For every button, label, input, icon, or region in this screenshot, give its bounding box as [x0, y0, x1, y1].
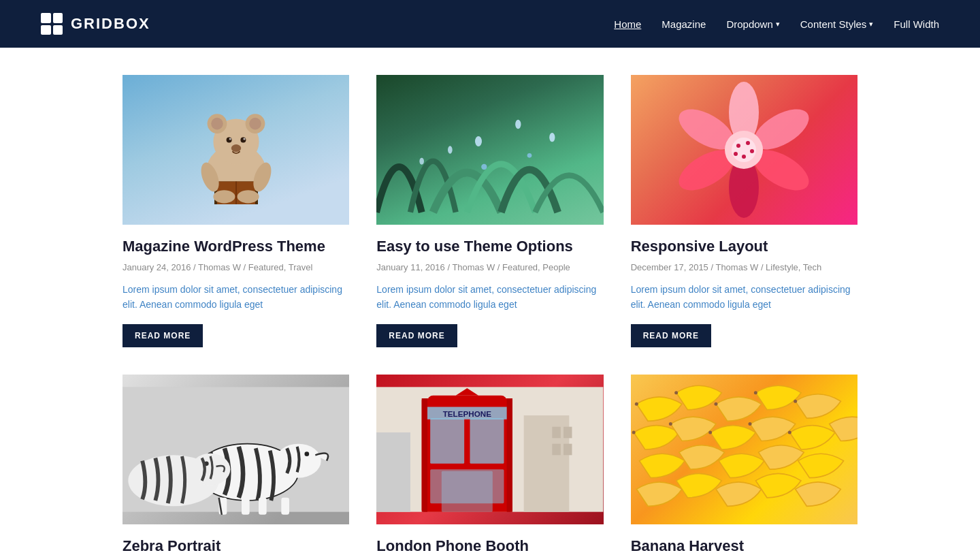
- site-header: GRIDBOX HomeMagazineDropdown ▾Content St…: [0, 0, 980, 48]
- nav-item-content-styles[interactable]: Content Styles ▾: [800, 18, 874, 30]
- post-image[interactable]: [122, 75, 349, 225]
- svg-point-5: [249, 118, 261, 130]
- svg-point-70: [753, 392, 757, 395]
- svg-rect-56: [376, 432, 410, 512]
- main-content: Magazine WordPress ThemeJanuary 24, 2016…: [82, 48, 898, 555]
- post-title[interactable]: Magazine WordPress Theme: [122, 237, 349, 257]
- logo-text: GRIDBOX: [71, 15, 150, 33]
- post-title[interactable]: Responsive Layout: [631, 237, 858, 257]
- post-image[interactable]: TELEPHONE: [376, 375, 603, 524]
- svg-point-67: [634, 402, 638, 406]
- post-meta: December 17, 2015 / Thomas W / Lifestyle…: [631, 262, 858, 272]
- post-meta: January 24, 2016 / Thomas W / Featured, …: [122, 262, 349, 272]
- read-more-button[interactable]: READ MORE: [122, 324, 203, 347]
- svg-point-24: [527, 153, 532, 158]
- logo-icon: [41, 13, 63, 35]
- svg-rect-60: [470, 419, 504, 464]
- svg-point-18: [475, 136, 482, 146]
- post-title[interactable]: Easy to use Theme Options: [376, 237, 603, 257]
- svg-rect-49: [281, 498, 289, 515]
- svg-rect-55: [564, 444, 572, 456]
- svg-point-20: [448, 146, 453, 154]
- posts-grid: Magazine WordPress ThemeJanuary 24, 2016…: [122, 75, 858, 555]
- svg-rect-66: [507, 398, 512, 512]
- svg-rect-53: [564, 427, 572, 439]
- svg-point-68: [674, 392, 678, 395]
- chevron-down-icon: ▾: [776, 20, 780, 29]
- nav-item-home[interactable]: Home: [614, 18, 641, 30]
- nav-item-full-width[interactable]: Full Width: [894, 18, 939, 30]
- svg-rect-64: [442, 471, 493, 512]
- svg-point-8: [229, 138, 231, 140]
- svg-point-19: [515, 120, 521, 129]
- svg-point-33: [736, 144, 740, 148]
- post-image[interactable]: [376, 75, 603, 225]
- svg-point-35: [750, 149, 754, 153]
- svg-rect-47: [242, 498, 250, 515]
- svg-rect-48: [259, 498, 267, 515]
- post-image[interactable]: [631, 75, 858, 225]
- svg-point-6: [226, 138, 231, 143]
- svg-rect-52: [553, 427, 561, 439]
- svg-rect-51: [524, 415, 570, 512]
- logo[interactable]: GRIDBOX: [41, 13, 150, 35]
- svg-point-23: [481, 164, 487, 170]
- post-card: Zebra PortraitDecember 5, 2015 / Thomas …: [122, 375, 349, 555]
- svg-rect-65: [422, 398, 427, 512]
- svg-point-36: [742, 155, 746, 159]
- svg-point-34: [746, 141, 750, 145]
- post-card: TELEPHONE London Phone BoothNovember 20,…: [376, 375, 603, 555]
- post-title[interactable]: Banana Harvest: [631, 537, 858, 555]
- svg-rect-59: [430, 419, 464, 464]
- svg-point-74: [708, 431, 712, 434]
- svg-point-71: [794, 400, 797, 403]
- svg-point-4: [211, 118, 223, 130]
- svg-point-22: [420, 158, 425, 165]
- svg-text:TELEPHONE: TELEPHONE: [443, 409, 491, 418]
- post-image[interactable]: [631, 375, 858, 524]
- svg-point-69: [714, 402, 717, 406]
- read-more-button[interactable]: READ MORE: [376, 324, 457, 347]
- svg-point-10: [231, 144, 240, 152]
- read-more-button[interactable]: READ MORE: [631, 324, 711, 347]
- svg-point-21: [549, 133, 555, 142]
- svg-point-42: [304, 452, 309, 457]
- post-card: Banana HarvestNovember 10, 2015 / Thomas…: [631, 375, 858, 555]
- nav-item-dropdown[interactable]: Dropdown ▾: [726, 18, 779, 30]
- main-nav: HomeMagazineDropdown ▾Content Styles ▾Fu…: [614, 18, 939, 30]
- post-title[interactable]: London Phone Booth: [376, 537, 603, 555]
- post-meta: January 11, 2016 / Thomas W / Featured, …: [376, 262, 603, 272]
- post-card: Magazine WordPress ThemeJanuary 24, 2016…: [122, 75, 349, 347]
- svg-point-73: [668, 422, 672, 426]
- svg-point-75: [748, 422, 751, 426]
- svg-rect-54: [553, 444, 561, 456]
- post-image[interactable]: [122, 375, 349, 524]
- post-excerpt: Lorem ipsum dolor sit amet, consectetuer…: [122, 282, 349, 313]
- svg-point-7: [240, 138, 246, 143]
- svg-point-72: [632, 431, 635, 434]
- svg-point-76: [787, 431, 791, 434]
- nav-item-magazine[interactable]: Magazine: [662, 18, 706, 30]
- svg-point-37: [734, 152, 738, 156]
- post-card: Responsive LayoutDecember 17, 2015 / Tho…: [631, 75, 858, 347]
- chevron-down-icon: ▾: [869, 20, 873, 29]
- svg-point-16: [213, 190, 235, 203]
- post-excerpt: Lorem ipsum dolor sit amet, consectetuer…: [376, 282, 603, 313]
- svg-point-9: [243, 138, 245, 140]
- svg-point-17: [237, 190, 259, 203]
- post-card: Easy to use Theme OptionsJanuary 11, 201…: [376, 75, 603, 347]
- post-excerpt: Lorem ipsum dolor sit amet, consectetuer…: [631, 282, 858, 313]
- post-title[interactable]: Zebra Portrait: [122, 537, 349, 555]
